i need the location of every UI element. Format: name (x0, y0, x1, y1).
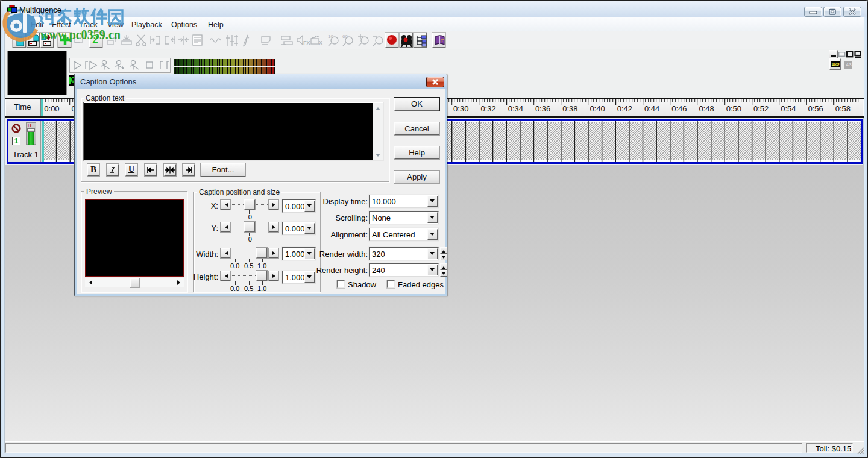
svg-text:www.pc0359.cn: www.pc0359.cn (40, 27, 121, 42)
svg-text:10: 10 (328, 34, 333, 39)
svg-text:FX: FX (303, 40, 310, 46)
svg-text:?: ? (441, 37, 444, 43)
svg-text:60: 60 (342, 34, 348, 39)
svg-text:X: X (319, 40, 322, 46)
